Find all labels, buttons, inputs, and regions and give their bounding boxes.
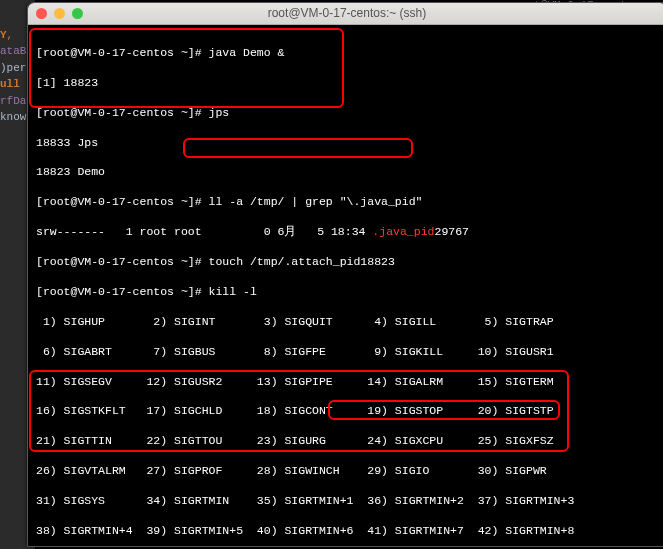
terminal-line: [root@VM-0-17-centos ~]# java Demo &: [36, 46, 658, 61]
annotation-box-1: [29, 28, 344, 108]
terminal-line: 1) SIGHUP 2) SIGINT 3) SIGQUIT 4) SIGILL…: [36, 315, 658, 330]
terminal-window: root@VM-0-17-centos:~ (ssh) [root@VM-0-1…: [27, 2, 663, 547]
terminal-line: [root@VM-0-17-centos ~]# kill -l: [36, 285, 658, 300]
terminal-line: [root@VM-0-17-centos ~]# ll -a /tmp/ | g…: [36, 195, 658, 210]
terminal-line: [1] 18823: [36, 76, 658, 91]
terminal-line: 18833 Jps: [36, 136, 658, 151]
terminal-body[interactable]: [root@VM-0-17-centos ~]# java Demo & [1]…: [28, 25, 663, 549]
java-pid-file: .java_pid: [372, 225, 434, 238]
terminal-line: 38) SIGRTMIN+4 39) SIGRTMIN+5 40) SIGRTM…: [36, 524, 658, 539]
terminal-line: 21) SIGTTIN 22) SIGTTOU 23) SIGURG 24) S…: [36, 434, 658, 449]
terminal-line: 26) SIGVTALRM 27) SIGPROF 28) SIGWINCH 2…: [36, 464, 658, 479]
window-title: root@VM-0-17-centos:~ (ssh): [28, 6, 663, 22]
terminal-line: 31) SIGSYS 34) SIGRTMIN 35) SIGRTMIN+1 3…: [36, 494, 658, 509]
terminal-line: 11) SIGSEGV 12) SIGUSR2 13) SIGPIPE 14) …: [36, 375, 658, 390]
terminal-line: srw------- 1 root root 0 6月 5 18:34 .jav…: [36, 225, 658, 240]
terminal-line: 6) SIGABRT 7) SIGBUS 8) SIGFPE 9) SIGKIL…: [36, 345, 658, 360]
terminal-line: [root@VM-0-17-centos ~]# touch /tmp/.att…: [36, 255, 658, 270]
terminal-line: 18823 Demo: [36, 165, 658, 180]
terminal-line: 16) SIGSTKFLT 17) SIGCHLD 18) SIGCONT 19…: [36, 404, 658, 419]
terminal-line: [root@VM-0-17-centos ~]# jps: [36, 106, 658, 121]
window-titlebar[interactable]: root@VM-0-17-centos:~ (ssh): [28, 3, 663, 25]
